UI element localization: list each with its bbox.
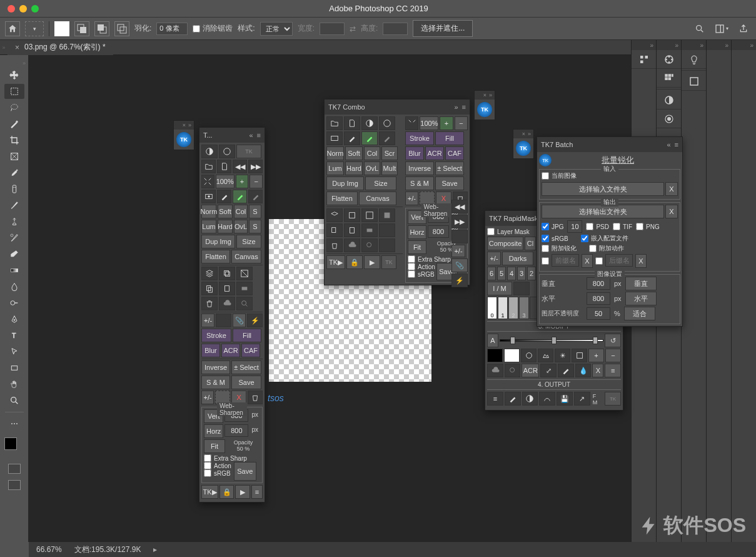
action-checkbox[interactable]: Action <box>408 263 435 270</box>
col-button[interactable]: Col <box>364 146 380 160</box>
slider[interactable] <box>500 339 603 342</box>
pm-button[interactable]: +/- <box>405 192 418 205</box>
ovl-button[interactable]: OvL <box>364 161 380 175</box>
menu-icon[interactable]: ≡ <box>257 131 261 139</box>
c4-icon[interactable] <box>379 223 395 237</box>
blur-tool[interactable] <box>4 279 24 294</box>
prefix-input[interactable] <box>552 254 579 267</box>
collapse-icon[interactable]: » <box>489 92 492 98</box>
move-tool[interactable] <box>4 68 24 83</box>
reset-icon[interactable]: ↺ <box>605 334 621 347</box>
brush-icon[interactable] <box>217 190 231 203</box>
x2-button[interactable]: X <box>665 205 678 218</box>
tk7-logo-icon[interactable]: TK <box>176 132 191 147</box>
hand-tool[interactable] <box>4 377 24 392</box>
pm-side[interactable]: +/- <box>451 245 465 257</box>
x-button[interactable]: X <box>592 364 603 377</box>
fit-button[interactable]: 适合 <box>624 307 655 320</box>
adjust-icon[interactable] <box>201 145 218 158</box>
close-icon[interactable]: × <box>183 122 186 128</box>
type-tool[interactable]: T <box>4 328 24 343</box>
sc-button[interactable]: S <box>249 205 261 218</box>
c1-icon[interactable] <box>326 223 343 237</box>
dup-button[interactable]: Dup Img <box>201 235 235 248</box>
pm2-button[interactable]: +/- <box>201 391 214 404</box>
layer-icon[interactable] <box>201 267 218 280</box>
add-selection-icon[interactable] <box>74 21 89 36</box>
trash-icon[interactable] <box>201 297 218 310</box>
mult-button[interactable]: Mult <box>381 161 398 175</box>
doc-icon[interactable] <box>344 116 360 130</box>
tab-handle[interactable]: » <box>0 40 8 55</box>
caf-button[interactable]: CAF <box>241 344 260 357</box>
white-swatch[interactable] <box>504 349 520 362</box>
x4-button[interactable]: X <box>635 254 647 268</box>
x-button[interactable]: X <box>665 182 678 196</box>
gradient-tool[interactable] <box>4 263 24 278</box>
m3-icon[interactable]: ☀ <box>555 349 570 362</box>
brush-icon[interactable] <box>558 364 574 377</box>
l1-icon[interactable] <box>326 208 343 222</box>
fill-button[interactable]: Fill <box>435 131 464 145</box>
color-swatches[interactable] <box>4 437 24 457</box>
doc-icon[interactable] <box>217 160 231 173</box>
hundred-button[interactable]: 100% <box>216 175 234 188</box>
tk7-logo-icon[interactable]: TK <box>516 141 531 156</box>
c2-icon[interactable] <box>344 223 360 237</box>
suffix-checkbox[interactable] <box>595 254 603 268</box>
black-swatch[interactable] <box>487 349 503 362</box>
folder-icon[interactable] <box>326 116 343 130</box>
o3-icon[interactable] <box>522 392 538 406</box>
caf-button[interactable]: CAF <box>445 146 464 160</box>
acr-button[interactable]: ACR <box>221 344 240 357</box>
path-select-tool[interactable] <box>4 344 24 359</box>
cloud-icon[interactable] <box>219 297 235 310</box>
search-icon[interactable] <box>505 364 521 377</box>
trash2-icon[interactable] <box>248 391 263 404</box>
lock-icon[interactable]: 🔒 <box>219 485 234 499</box>
l4-icon[interactable] <box>379 208 395 222</box>
magic-wand-tool[interactable] <box>4 116 24 131</box>
menu-icon[interactable]: ≡ <box>462 103 466 111</box>
l2-icon[interactable] <box>344 208 360 222</box>
c8-icon[interactable] <box>379 238 395 252</box>
srgb-checkbox[interactable]: sRGB <box>542 234 568 243</box>
canvas-button[interactable]: Canvas <box>231 250 261 263</box>
fit-button[interactable]: Fit <box>408 240 426 254</box>
antialias-checkbox[interactable]: 消除锯齿 <box>193 23 233 34</box>
zone-2[interactable]: 2 <box>508 297 518 319</box>
doc-info[interactable]: 文档:195.3K/127.9K <box>74 544 141 555</box>
jpg-quality[interactable] <box>567 220 582 233</box>
feather-input[interactable] <box>156 23 188 35</box>
play-icon[interactable]: ▶ <box>235 485 249 499</box>
minus-icon[interactable]: − <box>455 116 468 130</box>
clip-icon[interactable]: 📎 <box>451 258 468 272</box>
next-icon[interactable]: ▶▶ <box>451 215 468 228</box>
close-icon[interactable]: × <box>522 131 525 137</box>
screen-mode[interactable] <box>8 480 21 490</box>
vert-button[interactable]: 垂直 <box>625 277 657 290</box>
height-input[interactable] <box>383 23 408 35</box>
swatches-icon[interactable] <box>657 69 682 88</box>
mask-icon[interactable] <box>326 131 343 145</box>
suffix-input[interactable] <box>605 254 633 267</box>
size-button[interactable]: Size <box>365 176 396 190</box>
mask-icon[interactable] <box>201 190 216 203</box>
collapse-icon[interactable]: » <box>454 103 458 111</box>
pm-button[interactable]: +/- <box>487 252 501 265</box>
width-input[interactable] <box>320 23 345 35</box>
dup-button[interactable]: Dup Img <box>326 176 364 190</box>
flatten-button[interactable]: Flatten <box>326 192 358 205</box>
green-brush-icon[interactable] <box>233 190 247 203</box>
layer3-icon[interactable] <box>236 267 253 280</box>
psd-checkbox[interactable]: PSD <box>586 220 609 233</box>
pmselect-button[interactable]: ± Select <box>231 360 261 374</box>
flatten-button[interactable]: Flatten <box>201 250 230 263</box>
maximize-window[interactable] <box>31 5 39 13</box>
png-checkbox[interactable]: PNG <box>636 220 660 233</box>
opacity-input[interactable] <box>587 307 610 320</box>
drop-icon[interactable]: 💧 <box>575 364 592 377</box>
lum-button[interactable]: Lum <box>201 220 216 233</box>
m1-icon[interactable] <box>521 349 537 362</box>
cloud-icon[interactable] <box>487 364 503 377</box>
